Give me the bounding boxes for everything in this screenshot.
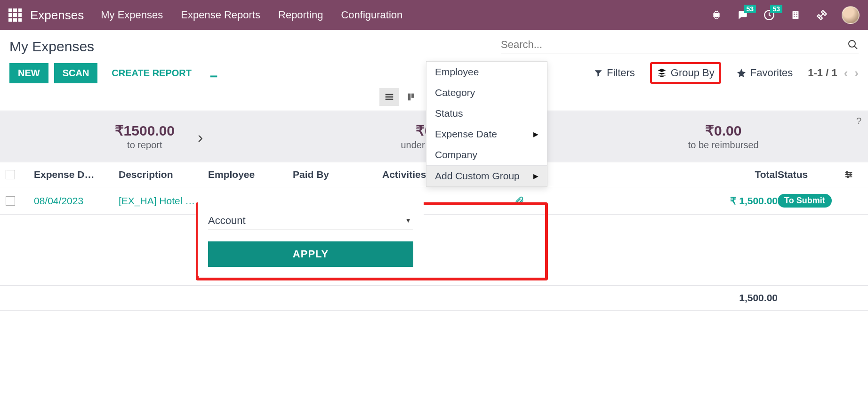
new-button[interactable]: NEW	[9, 63, 48, 83]
select-all-checkbox[interactable]	[6, 170, 15, 179]
groupby-category[interactable]: Category	[426, 82, 547, 103]
search-input[interactable]	[501, 39, 847, 51]
summary-to-report[interactable]: ₹1500.00 to report	[0, 122, 289, 151]
search-bar[interactable]	[501, 39, 859, 54]
kanban-view-button[interactable]	[402, 88, 422, 106]
row-description[interactable]: [EX_HA] Hotel …	[119, 195, 195, 206]
row-date[interactable]: 08/04/2023	[34, 195, 83, 206]
col-description[interactable]: Description	[119, 169, 208, 180]
groupby-employee[interactable]: Employee	[426, 62, 547, 82]
filters-label: Filters	[607, 67, 635, 79]
help-icon[interactable]: ?	[856, 116, 861, 127]
pager: 1-1 / 1 ‹ ›	[808, 66, 859, 80]
custom-group-panel: ▼ APPLY	[198, 202, 424, 276]
user-avatar[interactable]	[842, 6, 860, 24]
messages-icon[interactable]: 53	[733, 6, 752, 24]
page-title: My Expenses	[9, 39, 501, 55]
company-icon[interactable]	[786, 6, 805, 24]
debug-icon[interactable]	[707, 6, 726, 24]
svg-rect-6	[796, 14, 797, 15]
nav-reporting[interactable]: Reporting	[278, 9, 323, 21]
summary-to-report-label: to report	[0, 140, 289, 151]
summary-to-reimburse[interactable]: ₹0.00 to be reimbursed	[579, 122, 868, 151]
pager-text: 1-1 / 1	[808, 67, 837, 79]
optional-fields-icon[interactable]	[844, 169, 868, 180]
col-status[interactable]: Status	[778, 169, 844, 180]
groupby-add-custom[interactable]: Add Custom Group▶	[426, 166, 547, 186]
nav-expense-reports[interactable]: Expense Reports	[181, 9, 260, 21]
summary-to-reimburse-amount: ₹0.00	[579, 122, 868, 139]
tools-icon[interactable]	[812, 6, 831, 24]
filters-button[interactable]: Filters	[591, 65, 638, 81]
apply-button[interactable]: APPLY	[208, 241, 413, 267]
caret-right-icon: ▶	[533, 130, 538, 138]
summary-to-report-amount: ₹1500.00	[0, 122, 289, 139]
svg-rect-12	[386, 99, 394, 100]
row-checkbox[interactable]	[6, 196, 15, 206]
groupby-button[interactable]: Group By	[650, 62, 721, 84]
groupby-company[interactable]: Company	[426, 144, 547, 165]
pager-prev-icon[interactable]: ‹	[844, 66, 848, 80]
create-report-button[interactable]: CREATE REPORT	[103, 63, 200, 83]
col-employee[interactable]: Employee	[208, 169, 293, 180]
pager-next-icon[interactable]: ›	[854, 66, 859, 80]
svg-rect-4	[796, 13, 797, 14]
svg-rect-14	[411, 94, 414, 98]
svg-point-17	[847, 176, 849, 178]
svg-rect-3	[794, 13, 795, 14]
svg-rect-2	[793, 11, 799, 19]
favorites-label: Favorites	[750, 67, 793, 79]
messages-badge: 53	[744, 5, 756, 13]
svg-rect-10	[386, 94, 394, 96]
download-icon[interactable]	[209, 68, 219, 79]
caret-right-icon: ▶	[533, 172, 538, 180]
svg-point-15	[846, 172, 848, 174]
svg-point-16	[850, 174, 852, 176]
svg-rect-13	[408, 94, 411, 101]
nav-configuration[interactable]: Configuration	[341, 9, 402, 21]
top-navbar: Expenses My Expenses Expense Reports Rep…	[0, 0, 868, 30]
list-view-button[interactable]	[379, 88, 399, 106]
activities-badge: 53	[770, 5, 782, 13]
search-icon[interactable]	[847, 39, 859, 50]
svg-point-0	[714, 13, 719, 17]
chevron-right-icon: ›	[198, 128, 203, 146]
apps-menu-icon[interactable]	[8, 8, 22, 22]
nav-my-expenses[interactable]: My Expenses	[101, 9, 163, 21]
groupby-status[interactable]: Status	[426, 103, 547, 124]
svg-rect-7	[794, 16, 795, 17]
custom-group-select[interactable]	[208, 212, 413, 230]
table-row[interactable]: 08/04/2023 [EX_HA] Hotel … ₹ 1,500.00 To…	[0, 187, 868, 215]
footer-total: 1,500.00	[702, 292, 778, 304]
groupby-dropdown: Employee Category Status Expense Date▶ C…	[426, 61, 547, 187]
svg-rect-8	[796, 16, 797, 17]
svg-point-9	[849, 40, 855, 47]
search-toolbar: Filters Group By Favorites 1-1 / 1 ‹ ›	[591, 62, 859, 84]
row-total: ₹ 1,500.00	[702, 195, 778, 207]
groupby-expense-date[interactable]: Expense Date▶	[426, 124, 547, 144]
table-footer: 1,500.00	[0, 285, 868, 311]
summary-to-reimburse-label: to be reimbursed	[579, 140, 868, 151]
scan-button[interactable]: SCAN	[54, 63, 98, 83]
svg-rect-11	[386, 96, 394, 98]
app-brand[interactable]: Expenses	[30, 8, 84, 23]
groupby-label: Group By	[671, 67, 715, 79]
activities-icon[interactable]: 53	[760, 6, 779, 24]
favorites-button[interactable]: Favorites	[733, 65, 796, 81]
col-paid-by[interactable]: Paid By	[293, 169, 382, 180]
attachment-icon[interactable]	[514, 196, 702, 206]
svg-rect-5	[794, 14, 795, 15]
col-total[interactable]: Total	[702, 169, 778, 180]
col-expense-date[interactable]: Expense D…	[34, 169, 119, 180]
row-status-badge: To Submit	[778, 194, 832, 208]
